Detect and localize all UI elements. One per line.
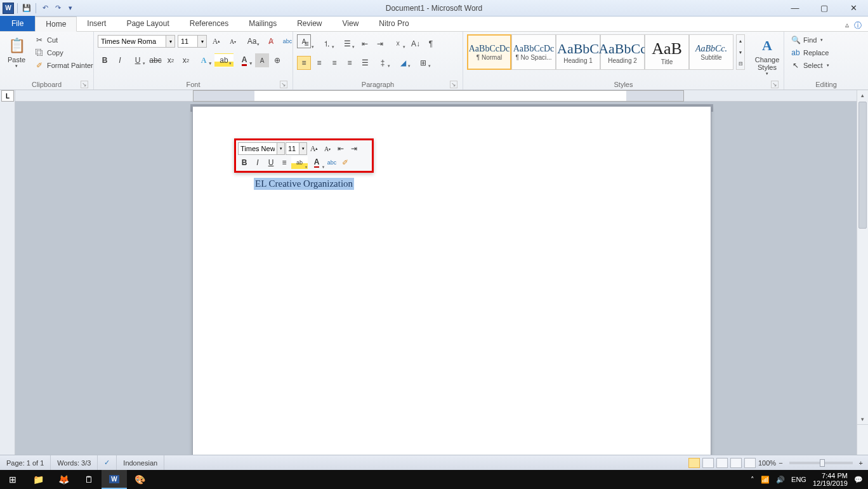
tab-mailings[interactable]: Mailings [239,16,287,31]
tray-notifications-icon[interactable]: 💬 [854,476,863,484]
tab-page-layout[interactable]: Page Layout [116,16,179,31]
start-button[interactable]: ⊞ [0,470,25,489]
maximize-button[interactable]: ▢ [810,0,839,17]
zoom-slider[interactable] [789,462,853,464]
text-effects-button[interactable]: A [194,53,213,67]
justify-button[interactable]: ≡ [343,56,357,70]
strikethrough-button[interactable]: abc [148,53,162,67]
vertical-scrollbar[interactable]: ▴ ▾ [857,90,868,455]
show-hide-button[interactable]: ¶ [424,37,438,51]
character-shading-button[interactable]: A [255,53,269,67]
horizontal-ruler[interactable] [193,90,684,102]
view-print-layout[interactable] [688,458,700,468]
change-case-button[interactable]: Aa [242,34,261,48]
borders-button[interactable]: ⊞ [414,56,433,70]
scroll-down-icon[interactable]: ▾ [857,414,868,424]
enclose-button[interactable]: ⊕ [270,53,284,67]
styles-launcher[interactable]: ↘ [771,81,779,88]
view-outline[interactable] [730,458,742,468]
close-button[interactable]: ✕ [839,0,868,17]
shrink-font-button[interactable]: A▾ [226,34,240,48]
tab-home[interactable]: Home [35,17,77,32]
redo-button[interactable]: ↷ [52,3,63,14]
style-title[interactable]: AaBTitle [645,34,689,70]
mini-underline[interactable]: U [265,156,277,169]
status-page[interactable]: Page: 1 of 1 [0,455,51,470]
font-size-input[interactable] [178,35,198,48]
minimize-ribbon-icon[interactable]: ▵ [845,20,849,31]
mini-font-color[interactable]: A [308,156,325,169]
tab-nitro-pro[interactable]: Nitro Pro [369,16,419,31]
font-size-drop[interactable]: ▾ [198,35,207,48]
taskbar-notes[interactable]: 🗒 [76,470,102,489]
tray-wifi-icon[interactable]: 📶 [761,476,770,484]
style-more[interactable]: ⊟ [737,58,744,69]
help-icon[interactable]: ⓘ [854,20,862,31]
taskbar-explorer[interactable]: 📁 [25,470,51,489]
cut-button[interactable]: ✂Cut [32,34,96,46]
file-tab[interactable]: File [0,16,35,31]
tab-references[interactable]: References [180,16,239,31]
mini-size-drop[interactable]: ▾ [299,142,307,155]
document-scroll-area[interactable]: EL Creative Organization [15,102,868,455]
mini-decrease-indent[interactable]: ⇤ [334,142,347,155]
paste-button[interactable]: 📋 Paste ▾ [4,34,29,70]
taskbar-firefox[interactable]: 🦊 [51,470,76,489]
distribute-button[interactable]: ☰ [358,56,372,70]
copy-button[interactable]: ⿻Copy [32,47,96,58]
decrease-indent-button[interactable]: ⇤ [358,37,372,51]
mini-increase-indent[interactable]: ⇥ [348,142,360,155]
word-app-icon[interactable]: W [3,3,14,14]
mini-format-painter[interactable]: ✐ [339,156,352,169]
view-draft[interactable] [744,458,756,468]
font-color-button[interactable]: A [235,53,254,67]
status-language[interactable]: Indonesian [117,455,164,470]
style-scroll-down[interactable]: ▾ [737,46,744,58]
status-words[interactable]: Words: 3/3 [51,455,98,470]
style-gallery[interactable]: AaBbCcDc¶ Normal AaBbCcDc¶ No Spaci... A… [467,34,733,70]
mini-styles[interactable]: abc [326,156,338,169]
select-button[interactable]: ↖Select▾ [788,60,832,71]
undo-button[interactable]: ↶ [39,3,51,14]
mini-font-drop[interactable]: ▾ [277,142,285,155]
taskbar-paint[interactable]: 🎨 [127,470,152,489]
mini-font-name[interactable] [238,142,277,155]
tray-language[interactable]: ENG [791,476,806,483]
grow-font-button[interactable]: A▴ [209,34,223,48]
underline-button[interactable]: U [128,53,147,67]
replace-button[interactable]: abReplace [788,47,832,58]
tab-view[interactable]: View [332,16,369,31]
selected-text[interactable]: EL Creative Organization [254,178,354,190]
find-button[interactable]: 🔍Find▾ [788,34,832,46]
mini-shrink-font[interactable]: A▾ [321,142,334,155]
clear-formatting-button[interactable]: A̷ [264,34,278,48]
bold-button[interactable]: B [98,53,112,67]
style-normal[interactable]: AaBbCcDc¶ Normal [467,34,511,70]
tray-volume-icon[interactable]: 🔊 [776,476,785,484]
mini-grow-font[interactable]: A▴ [308,142,320,155]
superscript-button[interactable]: x2 [179,53,193,67]
save-button[interactable]: 💾 [21,3,32,14]
change-styles-button[interactable]: A Change Styles ▾ [750,34,784,77]
tab-review[interactable]: Review [287,16,332,31]
paragraph-launcher[interactable]: ↘ [450,81,457,88]
subscript-button[interactable]: x2 [164,53,178,67]
style-subtitle[interactable]: AaBbCc.Subtitle [689,34,733,70]
line-spacing-button[interactable]: ‡ [373,56,392,70]
tray-chevron-icon[interactable]: ˄ [751,476,754,484]
scroll-up-icon[interactable]: ▴ [857,90,868,100]
shading-button[interactable]: ◢ [393,56,412,70]
view-web-layout[interactable] [716,458,728,468]
mini-bold[interactable]: B [238,156,251,169]
align-center-button[interactable]: ≡ [312,56,326,70]
mini-center[interactable]: ≡ [278,156,291,169]
minimize-button[interactable]: — [780,0,810,17]
tab-insert[interactable]: Insert [77,16,116,31]
qat-customize[interactable]: ▾ [65,3,76,14]
font-launcher[interactable]: ↘ [280,81,287,88]
clipboard-launcher[interactable]: ↘ [81,81,88,88]
font-name-input[interactable] [98,35,166,48]
bullets-button[interactable]: ≡ [297,37,316,51]
phonetic-guide-button[interactable]: abc [280,34,294,48]
sort-button[interactable]: A↓ [409,37,423,51]
